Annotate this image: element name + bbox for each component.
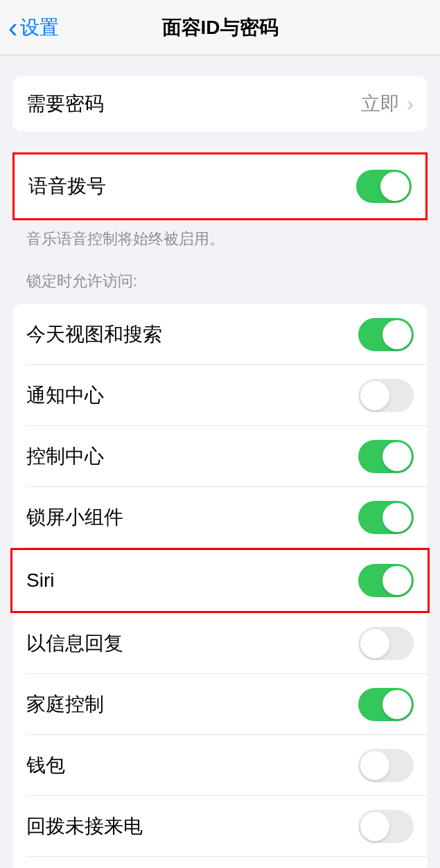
content-area: 需要密码 立即 › 语音拨号 音乐语音控制将始终被启用。 锁定时允许访问: 今天…: [0, 76, 440, 868]
toggle-knob: [382, 690, 412, 719]
lock-access-item-label: 回拨未接来电: [26, 813, 143, 840]
lock-access-toggle[interactable]: [358, 318, 414, 351]
lock-access-toggle[interactable]: [358, 688, 414, 721]
lock-access-item-label: 以信息回复: [26, 630, 123, 657]
lock-access-item-label: Siri: [26, 569, 54, 592]
siri-highlight: Siri: [10, 548, 430, 613]
toggle-knob: [360, 751, 389, 780]
lock-access-section: 今天视图和搜索通知中心控制中心锁屏小组件Siri以信息回复家庭控制钱包回拨未接来…: [12, 304, 428, 868]
lock-access-item-label: 锁屏小组件: [26, 504, 123, 531]
voice-dial-label: 语音拨号: [28, 173, 106, 200]
require-passcode-row[interactable]: 需要密码 立即 ›: [12, 76, 428, 132]
lock-access-row: 控制中心: [12, 426, 428, 487]
lock-access-item-label: 控制中心: [26, 443, 104, 470]
lock-access-item-label: 钱包: [26, 752, 65, 779]
lock-access-row: Siri: [12, 550, 428, 611]
require-passcode-section: 需要密码 立即 ›: [12, 76, 428, 132]
toggle-knob: [360, 381, 389, 410]
require-passcode-value: 立即: [361, 91, 400, 117]
lock-access-toggle[interactable]: [358, 440, 414, 473]
lock-access-item-label: 通知中心: [26, 382, 104, 409]
lock-access-row: 锁屏小组件: [12, 487, 428, 548]
lock-access-toggle[interactable]: [358, 379, 414, 412]
lock-access-row: 今天视图和搜索: [12, 304, 428, 365]
toggle-knob: [380, 172, 410, 201]
lock-access-toggle[interactable]: [358, 810, 414, 843]
toggle-knob: [360, 629, 389, 658]
toggle-knob: [382, 503, 412, 532]
toggle-knob: [382, 442, 412, 471]
voice-dial-highlight: 语音拨号: [12, 152, 428, 220]
lock-access-row: 以信息回复: [12, 613, 428, 674]
lock-access-item-label: 今天视图和搜索: [26, 321, 162, 348]
lock-access-toggle[interactable]: [358, 749, 414, 782]
toggle-knob: [360, 812, 389, 841]
lock-access-item-label: 家庭控制: [26, 691, 104, 718]
voice-dial-toggle[interactable]: [356, 170, 412, 203]
voice-dial-footer: 音乐语音控制将始终被启用。: [12, 220, 428, 250]
lock-access-toggle[interactable]: [358, 564, 414, 597]
lock-access-header: 锁定时允许访问:: [12, 250, 428, 299]
lock-access-toggle[interactable]: [358, 627, 414, 660]
page-title: 面容ID与密码: [162, 15, 279, 41]
lock-access-row: 通知中心: [12, 365, 428, 426]
back-label: 设置: [20, 15, 59, 41]
row-right-content: 立即 ›: [361, 91, 414, 117]
voice-dial-row: 语音拨号: [15, 154, 425, 218]
toggle-knob: [382, 566, 412, 595]
navigation-header: ‹ 设置 面容ID与密码: [0, 0, 440, 55]
lock-access-row: 家庭控制: [12, 674, 428, 735]
lock-access-row: 回拨未接来电: [12, 796, 428, 857]
lock-access-toggle[interactable]: [358, 501, 414, 534]
chevron-right-icon: ›: [407, 92, 414, 116]
back-button[interactable]: ‹ 设置: [0, 14, 59, 42]
require-passcode-label: 需要密码: [26, 91, 104, 117]
chevron-left-icon: ‹: [8, 14, 17, 42]
lock-access-row: USB配件: [12, 857, 428, 868]
toggle-knob: [382, 320, 412, 349]
lock-access-row: 钱包: [12, 735, 428, 796]
